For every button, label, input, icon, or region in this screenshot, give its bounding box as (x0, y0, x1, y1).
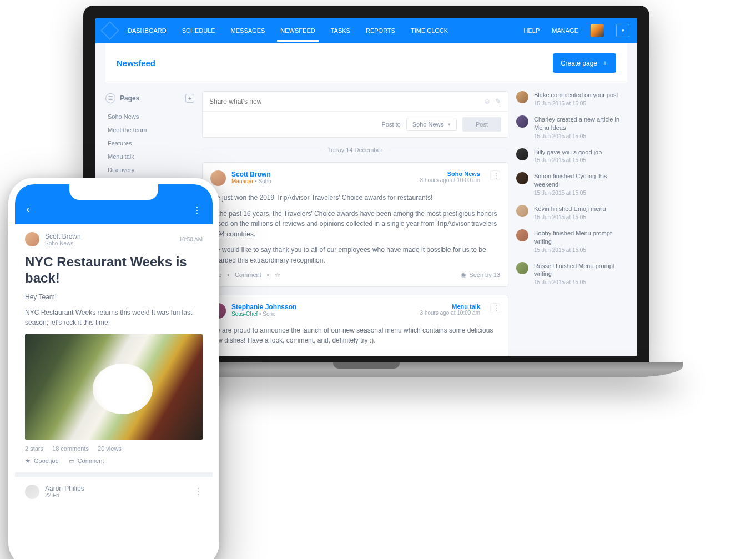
activity-item[interactable]: Billy gave you a good job 15 Jun 2015 at… (516, 148, 627, 164)
activity-text: Blake commented on your post (534, 91, 618, 99)
star-icon[interactable]: ★ (25, 457, 31, 465)
activity-time: 15 Jun 2015 at 15:05 (534, 190, 627, 196)
mobile-body-text: NYC Restaurant Weeks returns this week! … (25, 308, 203, 328)
activity-avatar (516, 205, 528, 217)
mobile-greeting: Hey Team! (25, 292, 203, 302)
post-body: We just won the 2019 TripAdvisor Travele… (210, 193, 500, 266)
top-nav: DASHBOARDSCHEDULEMESSAGESNEWSFEEDTASKSRE… (95, 18, 637, 43)
activity-item[interactable]: Kevin finished Emoji menu 15 Jun 2015 at… (516, 205, 627, 220)
post-channel[interactable]: Menu talk (420, 303, 480, 310)
activity-text: Charley created a new article in Menu Id… (534, 115, 627, 132)
goodjob-action[interactable]: Good job (34, 457, 59, 464)
mobile-actions: ★ Good job ▭ Comment (25, 457, 203, 465)
post-to-select[interactable]: Soho News ▾ (406, 118, 457, 131)
mobile-post-title: NYC Restaurant Weeks is back! (25, 254, 203, 286)
stat-stars: 2 stars (25, 445, 43, 452)
logo-icon (100, 21, 119, 40)
page-link-meet-the-team[interactable]: Meet the team (105, 123, 194, 137)
post-more-icon[interactable]: ⋮ (490, 170, 500, 180)
comment-action[interactable]: Comment (235, 271, 261, 278)
activity-avatar (516, 91, 528, 103)
mobile-avatar (25, 232, 39, 246)
add-page-button[interactable]: + (185, 94, 194, 103)
seen-by: ◉Seen by 13 (461, 271, 500, 279)
user-avatar[interactable] (591, 24, 604, 37)
nav-item-messages[interactable]: MESSAGES (231, 19, 265, 42)
activity-item[interactable]: Charley created a new article in Menu Id… (516, 115, 627, 139)
activity-time: 15 Jun 2015 at 15:05 (534, 157, 602, 163)
activity-time: 15 Jun 2015 at 15:05 (534, 214, 606, 220)
post-channel[interactable]: Soho News (420, 170, 480, 177)
post-body: We are proud to announce the launch of o… (210, 325, 500, 346)
star-icon[interactable]: ☆ (275, 271, 280, 279)
post-author-name[interactable]: Scott Brown (231, 170, 271, 178)
more-icon[interactable]: ⋮ (193, 205, 201, 215)
back-icon[interactable]: ‹ (26, 203, 30, 215)
post-button[interactable]: Post (462, 117, 501, 132)
nav-item-tasks[interactable]: TASKS (331, 19, 350, 42)
post-paragraph: We are proud to announce the launch of o… (210, 325, 500, 346)
user-menu-caret[interactable]: ▾ (616, 24, 629, 37)
nav-item-time-clock[interactable]: TIME CLOCK (411, 19, 448, 42)
nav-items: DASHBOARDSCHEDULEMESSAGESNEWSFEEDTASKSRE… (128, 19, 448, 42)
nav-item-schedule[interactable]: SCHEDULE (182, 19, 215, 42)
mobile-post-header: Scott Brown Soho News 10:50 AM (25, 232, 203, 246)
mobile-post-image (25, 334, 203, 440)
stat-views: 20 views (98, 445, 122, 452)
post-paragraph: We just won the 2019 TripAdvisor Travele… (210, 193, 500, 203)
composer-input[interactable] (209, 98, 483, 105)
feed-column: ☺ ✎ Post to Soho News ▾ Post (202, 91, 508, 349)
composer: ☺ ✎ Post to Soho News ▾ Post (202, 91, 508, 138)
activity-column: Blake commented on your post 15 Jun 2015… (516, 91, 627, 349)
page-list: Soho NewsMeet the teamFeaturesMenu talkD… (105, 110, 194, 177)
page-link-menu-talk[interactable]: Menu talk (105, 150, 194, 163)
mobile-post-2-more-icon[interactable]: ⋮ (194, 486, 203, 497)
activity-avatar (516, 148, 528, 160)
mobile-avatar-2 (25, 485, 39, 499)
post-author-role: Sous-Chef • Soho (231, 311, 296, 317)
post-actions: Like• Comment• ☆ ◉Seen by 13 (210, 271, 500, 279)
activity-time: 15 Jun 2015 at 15:05 (534, 247, 627, 253)
activity-text: Billy gave you a good job (534, 148, 602, 157)
plus-icon: ＋ (602, 58, 608, 68)
nav-item-newsfeed[interactable]: NEWSFEED (280, 19, 315, 42)
emoji-icon[interactable]: ☺ (483, 97, 491, 105)
phone-body: ‹ ⋮ Scott Brown Soho News 10:50 AM NYC R… (8, 178, 219, 559)
activity-item[interactable]: Simon finished Cycling this weekend 15 J… (516, 172, 627, 196)
nav-help[interactable]: HELP (524, 27, 540, 34)
mobile-divider (15, 472, 213, 477)
post-to-value: Soho News (412, 121, 443, 128)
activity-item[interactable]: Bobby finished Menu prompt writing 15 Ju… (516, 229, 627, 253)
activity-avatar (516, 115, 528, 128)
eye-icon: ◉ (461, 271, 466, 279)
post-more-icon[interactable]: ⋮ (490, 303, 500, 313)
post-paragraph: We would like to say thank you to all of… (210, 245, 500, 265)
activity-text: Bobby finished Menu prompt writing (534, 229, 627, 246)
activity-text: Simon finished Cycling this weekend (534, 172, 627, 189)
activity-text: Kevin finished Emoji menu (534, 205, 606, 213)
page-link-discovery[interactable]: Discovery (105, 163, 194, 177)
page-link-features[interactable]: Features (105, 137, 194, 150)
mobile-channel: Soho News (45, 240, 81, 246)
phone-mockup: ‹ ⋮ Scott Brown Soho News 10:50 AM NYC R… (8, 178, 219, 559)
post-author-role: Manager • Soho (231, 178, 271, 184)
mobile-author-2: Aaron Philips (45, 485, 84, 492)
comment-bubble-icon[interactable]: ▭ (69, 457, 74, 465)
phone-screen: ‹ ⋮ Scott Brown Soho News 10:50 AM NYC R… (15, 184, 213, 559)
nav-item-reports[interactable]: REPORTS (366, 19, 395, 42)
post-timestamp: 3 hours ago at 10:00 am (420, 310, 480, 316)
activity-item[interactable]: Russell finished Menu prompt writing 15 … (516, 262, 627, 286)
pages-title: Pages (120, 94, 139, 102)
attachment-icon[interactable]: ✎ (495, 97, 501, 105)
activity-time: 15 Jun 2015 at 15:05 (534, 279, 627, 285)
comment-action[interactable]: Comment (78, 457, 104, 464)
activity-item[interactable]: Blake commented on your post 15 Jun 2015… (516, 91, 627, 107)
nav-manage[interactable]: MANAGE (552, 27, 578, 34)
activity-text: Russell finished Menu prompt writing (534, 262, 627, 279)
post-card: Stephanie Johnsson Sous-Chef • Soho Menu… (202, 295, 508, 356)
page-link-soho-news[interactable]: Soho News (105, 110, 194, 123)
stat-comments: 18 comments (52, 445, 89, 452)
post-author-name[interactable]: Stephanie Johnsson (231, 303, 296, 311)
create-page-button[interactable]: Create page ＋ (553, 53, 616, 73)
nav-item-dashboard[interactable]: DASHBOARD (128, 19, 167, 42)
